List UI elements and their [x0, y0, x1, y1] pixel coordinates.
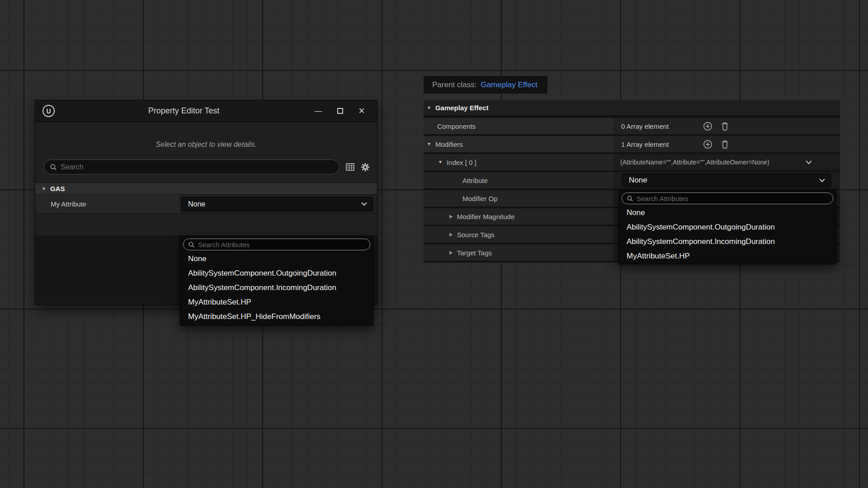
- parent-class-link[interactable]: Gameplay Effect: [481, 80, 537, 89]
- parent-class-label: Parent class:: [432, 80, 476, 89]
- search-icon: [627, 195, 633, 202]
- array-count: 0 Array element: [614, 122, 703, 130]
- grid-view-button[interactable]: [346, 163, 354, 171]
- property-label: My Attribute: [35, 195, 180, 213]
- chevron-down-icon: [361, 202, 367, 206]
- maximize-icon: [337, 108, 343, 114]
- collapse-arrow-icon[interactable]: ▶: [449, 232, 453, 237]
- attribute-combobox[interactable]: None: [622, 174, 831, 187]
- settings-button[interactable]: [361, 163, 370, 172]
- row-label: Source Tags: [457, 231, 495, 239]
- close-icon: ×: [359, 105, 364, 117]
- array-count: 1 Array element: [614, 141, 703, 148]
- plus-circle-icon: [703, 122, 712, 131]
- my-attribute-combobox[interactable]: None: [181, 197, 373, 211]
- row-label: Components: [437, 122, 476, 130]
- dropdown-search-box[interactable]: [622, 192, 833, 204]
- expand-arrow-icon[interactable]: ▼: [427, 106, 431, 110]
- dropdown-item[interactable]: MyAttributeSet.HP: [180, 295, 373, 310]
- dropdown-search-box[interactable]: [183, 239, 370, 250]
- blueprint-grid-background: U Property Editor Test — × Select an obj…: [0, 0, 868, 488]
- delete-elements-button[interactable]: [721, 122, 729, 131]
- search-toolbar: [44, 160, 370, 174]
- row-label: Modifier Magnitude: [457, 213, 515, 221]
- row-label-cell: Components: [424, 118, 614, 134]
- details-panel-body: Select an object to view details.: [35, 122, 377, 304]
- category-label: GAS: [50, 185, 65, 192]
- row-label-cell: Modifier Op: [424, 190, 614, 206]
- row-attribute: Attribute None: [424, 172, 840, 188]
- dropdown-item[interactable]: AbilitySystemComponent.IncomingDuration: [619, 235, 836, 249]
- unreal-logo-icon: U: [42, 105, 55, 117]
- combobox-value: None: [188, 200, 205, 208]
- expand-arrow-icon[interactable]: ▼: [427, 142, 431, 146]
- row-components: Components 0 Array element: [424, 118, 840, 134]
- expand-arrow-icon[interactable]: ▼: [42, 187, 46, 191]
- dropdown-search-input[interactable]: [198, 241, 365, 249]
- search-input[interactable]: [61, 163, 334, 171]
- minimize-icon: —: [315, 107, 322, 116]
- row-label-cell: ▶ Source Tags: [424, 226, 614, 243]
- dropdown-item[interactable]: None: [180, 252, 373, 266]
- dropdown-item[interactable]: None: [619, 206, 836, 220]
- window-titlebar[interactable]: U Property Editor Test — ×: [35, 100, 377, 122]
- window-controls: — ×: [313, 100, 367, 122]
- row-label-cell: ▼ Index [ 0 ]: [424, 154, 614, 170]
- attribute-dropdown-menu: None AbilitySystemComponent.OutgoingDura…: [619, 190, 836, 264]
- empty-selection-text: Select an object to view details.: [40, 122, 373, 150]
- close-button[interactable]: ×: [356, 100, 367, 122]
- trash-icon: [721, 122, 729, 131]
- row-label-cell: ▼ Modifiers: [424, 136, 614, 152]
- search-icon: [188, 241, 195, 248]
- dropdown-item[interactable]: MyAttributeSet.HP: [619, 249, 836, 263]
- row-label-cell: ▶ Target Tags: [424, 244, 614, 261]
- row-value-cell: None: [614, 172, 840, 188]
- row-label-cell: ▶ Modifier Magnitude: [424, 208, 614, 225]
- row-modifiers: ▼ Modifiers 1 Array element: [424, 136, 840, 152]
- add-element-button[interactable]: [703, 140, 712, 149]
- property-value-cell: None: [180, 195, 377, 213]
- dropdown-item[interactable]: MyAttributeSet.HP_HideFromModifiers: [180, 310, 373, 324]
- dropdown-item[interactable]: AbilitySystemComponent.OutgoingDuration: [180, 266, 373, 281]
- dropdown-item[interactable]: AbilitySystemComponent.OutgoingDuration: [619, 220, 836, 235]
- chevron-down-icon: [819, 178, 825, 183]
- row-value-cell: (AttributeName="",Attribute="",Attribute…: [614, 154, 840, 170]
- unreal-logo-letter: U: [46, 108, 51, 115]
- property-editor-window: U Property Editor Test — × Select an obj…: [35, 100, 377, 305]
- add-element-button[interactable]: [703, 122, 712, 131]
- maximize-button[interactable]: [335, 100, 345, 122]
- dropdown-search-input[interactable]: [637, 195, 828, 202]
- row-value-cell: 1 Array element: [614, 136, 840, 152]
- category-gameplay-effect[interactable]: ▼ Gameplay Effect: [424, 100, 840, 115]
- attribute-dropdown-menu: None AbilitySystemComponent.OutgoingDura…: [180, 236, 373, 325]
- dropdown-item[interactable]: AbilitySystemComponent.IncomingDuration: [180, 281, 373, 295]
- trash-icon: [721, 140, 729, 149]
- search-box[interactable]: [44, 160, 340, 174]
- row-label: Index [ 0 ]: [447, 159, 476, 166]
- row-label: Modifier Op: [462, 195, 498, 202]
- chevron-down-icon: [806, 160, 812, 164]
- delete-elements-button[interactable]: [721, 140, 729, 149]
- window-title: Property Editor Test: [55, 106, 313, 116]
- row-index-0: ▼ Index [ 0 ] (AttributeName="",Attribut…: [424, 154, 840, 170]
- struct-dropdown-button[interactable]: [806, 160, 812, 164]
- plus-circle-icon: [703, 140, 712, 149]
- category-gas[interactable]: ▼ GAS: [35, 183, 377, 195]
- collapse-arrow-icon[interactable]: ▶: [449, 214, 453, 219]
- gear-icon: [361, 163, 370, 172]
- my-attribute-row: My Attribute None: [35, 195, 377, 214]
- row-label: Target Tags: [457, 249, 492, 257]
- row-label: Modifiers: [435, 141, 463, 148]
- parent-class-bar: Parent class: Gameplay Effect: [424, 76, 547, 94]
- expand-arrow-icon[interactable]: ▼: [438, 160, 443, 164]
- search-icon: [50, 164, 57, 171]
- row-label-cell: Attribute: [424, 172, 614, 188]
- row-label: Attribute: [462, 177, 488, 184]
- row-value-cell: 0 Array element: [614, 118, 840, 134]
- struct-preview: (AttributeName="",Attribute="",Attribute…: [614, 159, 806, 166]
- minimize-button[interactable]: —: [313, 100, 324, 122]
- combobox-value: None: [629, 176, 647, 185]
- category-label: Gameplay Effect: [435, 104, 489, 112]
- collapse-arrow-icon[interactable]: ▶: [449, 250, 453, 255]
- grid-view-icon: [346, 163, 354, 171]
